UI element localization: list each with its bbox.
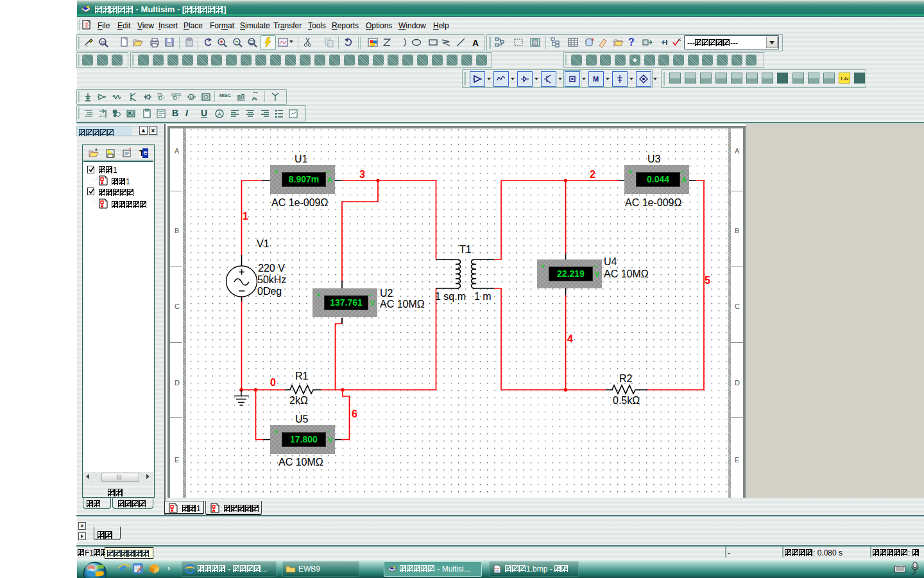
svg-text:100: 100: [101, 40, 107, 44]
svg-text:0.5kΩ: 0.5kΩ: [613, 395, 640, 406]
svg-text:0v: 0v: [253, 96, 257, 100]
svg-text:T1: T1: [459, 244, 472, 255]
svg-text:1 m: 1 m: [474, 291, 492, 302]
svg-text:U1: U1: [295, 153, 308, 164]
svg-text:U3: U3: [647, 153, 661, 164]
svg-text:R2: R2: [619, 373, 633, 384]
svg-text:U5: U5: [295, 414, 309, 425]
svg-text:3: 3: [359, 169, 365, 180]
svg-text:AC 10MΩ: AC 10MΩ: [604, 268, 649, 279]
svg-text:0Deg: 0Deg: [257, 286, 282, 297]
svg-text:AC 10MΩ: AC 10MΩ: [278, 457, 323, 468]
svg-text:1 sq.m: 1 sq.m: [435, 291, 466, 302]
svg-text:2kΩ: 2kΩ: [289, 395, 308, 406]
svg-text:AC 1e-009Ω: AC 1e-009Ω: [625, 197, 681, 208]
svg-text:AC 10MΩ: AC 10MΩ: [380, 299, 425, 310]
svg-text:U2: U2: [380, 288, 393, 299]
svg-text:50kHz: 50kHz: [257, 274, 286, 285]
svg-text:2: 2: [590, 169, 595, 180]
svg-text:4: 4: [567, 333, 573, 344]
svg-text:1: 1: [243, 211, 248, 222]
svg-text:CMOS: CMOS: [171, 92, 181, 96]
svg-text:AC 1e-009Ω: AC 1e-009Ω: [271, 197, 328, 208]
svg-text:A: A: [218, 111, 221, 118]
svg-text:6: 6: [352, 408, 357, 419]
svg-text:0: 0: [270, 377, 276, 388]
svg-text:M: M: [190, 96, 193, 100]
svg-text:V1: V1: [257, 238, 270, 249]
svg-text:5: 5: [705, 275, 710, 286]
svg-text:M: M: [593, 75, 599, 83]
svg-text:U4: U4: [604, 256, 617, 267]
svg-text:TTL: TTL: [157, 92, 163, 96]
svg-text:220 V: 220 V: [258, 263, 285, 274]
svg-text:R1: R1: [295, 371, 309, 381]
